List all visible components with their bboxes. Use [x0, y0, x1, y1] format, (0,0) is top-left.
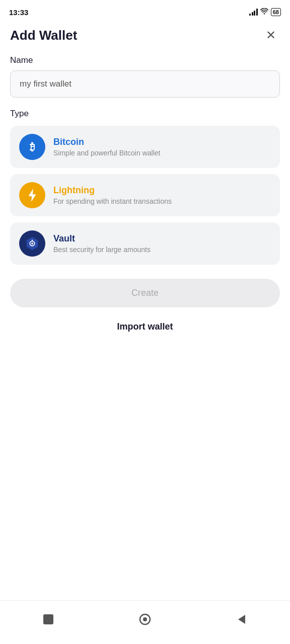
wallet-type-bitcoin[interactable]: ₿ Bitcoin Simple and powerful Bitcoin wa…: [10, 126, 280, 168]
wallet-name-input[interactable]: [10, 70, 280, 98]
vault-icon: [19, 230, 45, 257]
wifi-icon: [260, 8, 268, 16]
svg-point-0: [264, 13, 265, 14]
create-button[interactable]: Create: [10, 279, 280, 307]
status-bar: 13:33 68: [0, 0, 290, 22]
svg-point-5: [31, 243, 33, 245]
type-label: Type: [10, 109, 280, 119]
status-icons: 68: [249, 8, 281, 16]
bitcoin-desc: Simple and powerful Bitcoin wallet: [53, 149, 160, 157]
content-area: Name Type ₿ Bitcoin Simple and powerful …: [0, 51, 290, 600]
nav-back-button[interactable]: [231, 609, 252, 630]
header: Add Wallet ✕: [0, 22, 290, 51]
svg-point-9: [143, 617, 147, 621]
bitcoin-info: Bitcoin Simple and powerful Bitcoin wall…: [53, 137, 160, 157]
bottom-navigation: [0, 600, 290, 644]
vault-name: Vault: [53, 233, 151, 244]
nav-square-button[interactable]: [38, 609, 59, 630]
import-wallet-button[interactable]: Import wallet: [10, 317, 280, 336]
signal-icon: [249, 9, 258, 16]
vault-desc: Best security for large amounts: [53, 246, 151, 254]
lightning-icon: [19, 182, 45, 208]
lightning-desc: For spending with instant transactions: [53, 197, 172, 205]
page-title: Add Wallet: [10, 28, 77, 43]
square-icon: [42, 613, 55, 626]
status-time: 13:33: [9, 8, 28, 17]
svg-marker-10: [238, 615, 245, 624]
close-button[interactable]: ✕: [262, 27, 280, 43]
svg-rect-7: [43, 614, 53, 624]
svg-marker-2: [29, 189, 36, 202]
lightning-name: Lightning: [53, 185, 172, 196]
bitcoin-icon: ₿: [19, 134, 45, 160]
circle-icon: [138, 613, 152, 626]
nav-home-button[interactable]: [134, 609, 156, 630]
back-icon: [235, 613, 248, 626]
wallet-type-list: ₿ Bitcoin Simple and powerful Bitcoin wa…: [10, 126, 280, 265]
name-label: Name: [10, 55, 280, 65]
bitcoin-name: Bitcoin: [53, 137, 160, 147]
vault-info: Vault Best security for large amounts: [53, 233, 151, 254]
svg-text:₿: ₿: [30, 141, 35, 152]
wallet-type-vault[interactable]: Vault Best security for large amounts: [10, 222, 280, 265]
lightning-info: Lightning For spending with instant tran…: [53, 185, 172, 205]
wallet-type-lightning[interactable]: Lightning For spending with instant tran…: [10, 174, 280, 216]
battery-icon: 68: [271, 8, 281, 16]
